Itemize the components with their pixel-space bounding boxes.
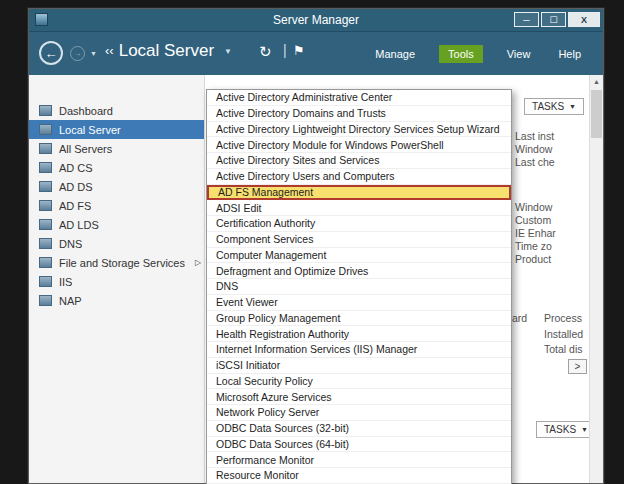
- ad-cs-icon: [39, 162, 52, 173]
- tools-menu-item-odbc-data-sources-32-bit[interactable]: ODBC Data Sources (32-bit): [207, 421, 511, 437]
- scroll-up-icon[interactable]: ▲: [590, 75, 603, 89]
- truncated-text-fragment: Window: [515, 143, 552, 155]
- tools-menu-item-internet-information-services-iis-manager[interactable]: Internet Information Services (IIS) Mana…: [207, 342, 511, 358]
- tools-menu-item-active-directory-lightweight-directory-services-setup-wizard[interactable]: Active Directory Lightweight Directory S…: [207, 122, 511, 138]
- chevron-down-icon: ▼: [581, 426, 588, 433]
- ad-ds-icon: [39, 181, 52, 192]
- tools-menu-item-defragment-and-optimize-drives[interactable]: Defragment and Optimize Drives: [207, 263, 511, 279]
- tools-menu-item-local-security-policy[interactable]: Local Security Policy: [207, 374, 511, 390]
- all-servers-icon: [39, 143, 52, 154]
- sidebar-item-label: DNS: [59, 238, 82, 250]
- dns-icon: [39, 238, 52, 249]
- breadcrumb-chevrons-icon: ‹‹: [105, 43, 114, 58]
- sidebar-item-label: File and Storage Services: [59, 257, 185, 269]
- tools-menu-item-component-services[interactable]: Component Services: [207, 232, 511, 248]
- sidebar-item-label: Dashboard: [59, 105, 113, 117]
- vertical-scrollbar[interactable]: ▲: [589, 75, 603, 483]
- tools-menu-item-microsoft-azure-services[interactable]: Microsoft Azure Services: [207, 389, 511, 405]
- tools-menu-item-health-registration-authority[interactable]: Health Registration Authority: [207, 326, 511, 342]
- local-server-icon: [39, 124, 52, 135]
- forward-button[interactable]: →: [70, 46, 85, 61]
- truncated-text-fragment: Last inst: [515, 130, 554, 142]
- tools-menu-item-active-directory-domains-and-trusts[interactable]: Active Directory Domains and Trusts: [207, 106, 511, 122]
- tasks-button-label: TASKS: [532, 101, 564, 112]
- tools-menu-item-iscsi-initiator[interactable]: iSCSI Initiator: [207, 358, 511, 374]
- titlebar: Server Manager ─ ☐ X: [29, 9, 603, 31]
- sidebar-item-ad-lds[interactable]: AD LDS: [29, 215, 204, 234]
- truncated-text-fragment: ard: [512, 312, 527, 324]
- truncated-text-fragment: Time zo: [515, 240, 552, 252]
- sidebar-item-label: AD LDS: [59, 219, 99, 231]
- tools-menu-item-resource-monitor[interactable]: Resource Monitor: [207, 468, 511, 484]
- sidebar-item-ad-cs[interactable]: AD CS: [29, 158, 204, 177]
- back-button[interactable]: ←: [39, 41, 63, 65]
- sidebar-item-nap[interactable]: NAP: [29, 291, 204, 310]
- tools-menu-item-active-directory-sites-and-services[interactable]: Active Directory Sites and Services: [207, 153, 511, 169]
- tools-menu-item-active-directory-administrative-center[interactable]: Active Directory Administrative Center: [207, 90, 511, 106]
- tools-menu-item-performance-monitor[interactable]: Performance Monitor: [207, 452, 511, 468]
- tools-menu-item-active-directory-module-for-windows-powershell[interactable]: Active Directory Module for Windows Powe…: [207, 137, 511, 153]
- more-button[interactable]: >: [568, 359, 587, 374]
- breadcrumb-label: Local Server: [119, 41, 214, 60]
- history-dropdown-icon[interactable]: ▼: [90, 50, 97, 57]
- refresh-icon[interactable]: ↻: [259, 43, 272, 61]
- tools-menu-item-network-policy-server[interactable]: Network Policy Server: [207, 405, 511, 421]
- tools-menu-item-event-viewer[interactable]: Event Viewer: [207, 295, 511, 311]
- sidebar-item-iis[interactable]: IIS: [29, 272, 204, 291]
- sidebar: DashboardLocal ServerAll ServersAD CSAD …: [29, 75, 205, 483]
- tools-menu-item-odbc-data-sources-64-bit[interactable]: ODBC Data Sources (64-bit): [207, 437, 511, 453]
- sidebar-item-label: AD CS: [59, 162, 93, 174]
- breadcrumb[interactable]: ‹‹Local Server▼: [105, 41, 232, 61]
- navbar-separator: |: [283, 42, 287, 58]
- chevron-down-icon: ▼: [569, 103, 576, 110]
- tasks-button[interactable]: TASKS▼: [524, 98, 584, 115]
- sidebar-item-ad-fs[interactable]: AD FS: [29, 196, 204, 215]
- sidebar-item-local-server[interactable]: Local Server: [29, 120, 204, 139]
- truncated-text-fragment: Custom: [515, 214, 551, 226]
- truncated-text-fragment: Product: [515, 253, 551, 265]
- iis-icon: [39, 276, 52, 287]
- sidebar-item-label: IIS: [59, 276, 72, 288]
- navbar-menus: ManageToolsViewHelp: [371, 32, 585, 75]
- sidebar-item-ad-ds[interactable]: AD DS: [29, 177, 204, 196]
- truncated-text-fragment: Window: [515, 201, 552, 213]
- breadcrumb-dropdown-icon[interactable]: ▼: [224, 47, 232, 56]
- notifications-flag-icon[interactable]: ⚑: [293, 43, 305, 58]
- menu-view[interactable]: View: [503, 45, 535, 63]
- sidebar-item-file-and-storage-services[interactable]: File and Storage Services▷: [29, 253, 204, 272]
- truncated-text-fragment: Installed: [544, 328, 583, 340]
- file-storage-icon: [39, 257, 52, 268]
- ad-lds-icon: [39, 219, 52, 230]
- tools-menu-item-dns[interactable]: DNS: [207, 279, 511, 295]
- tools-menu-item-certification-authority[interactable]: Certification Authority: [207, 216, 511, 232]
- sidebar-item-all-servers[interactable]: All Servers: [29, 139, 204, 158]
- tools-menu-item-active-directory-users-and-computers[interactable]: Active Directory Users and Computers: [207, 169, 511, 185]
- server-manager-window: Server Manager ─ ☐ X ← → ▼ ‹‹Local Serve…: [28, 8, 604, 484]
- tools-dropdown-menu: Active Directory Administrative CenterAc…: [206, 89, 512, 484]
- menu-manage[interactable]: Manage: [371, 45, 419, 63]
- truncated-text-fragment: Total dis: [544, 343, 583, 355]
- sidebar-item-label: NAP: [59, 295, 82, 307]
- sidebar-item-dns[interactable]: DNS: [29, 234, 204, 253]
- window-controls: ─ ☐ X: [514, 12, 600, 27]
- sidebar-item-label: AD FS: [59, 200, 91, 212]
- tools-menu-item-adsi-edit[interactable]: ADSI Edit: [207, 200, 511, 216]
- nap-icon: [39, 295, 52, 306]
- tools-menu-item-group-policy-management[interactable]: Group Policy Management: [207, 311, 511, 327]
- scrollbar-thumb[interactable]: [591, 90, 602, 138]
- expand-arrow-icon[interactable]: ▷: [195, 258, 201, 267]
- minimize-button[interactable]: ─: [514, 12, 539, 27]
- events-tasks-button[interactable]: TASKS▼: [536, 421, 596, 438]
- tools-menu-item-computer-management[interactable]: Computer Management: [207, 248, 511, 264]
- sidebar-item-label: Local Server: [59, 124, 121, 136]
- events-tasks-label: TASKS: [544, 424, 576, 435]
- ad-fs-icon: [39, 200, 52, 211]
- tools-menu-item-ad-fs-management[interactable]: AD FS Management: [207, 185, 511, 201]
- close-button[interactable]: X: [568, 12, 600, 27]
- sidebar-item-dashboard[interactable]: Dashboard: [29, 101, 204, 120]
- menu-tools[interactable]: Tools: [439, 45, 483, 63]
- truncated-text-fragment: Last che: [515, 156, 555, 168]
- menu-help[interactable]: Help: [554, 45, 585, 63]
- sidebar-item-label: AD DS: [59, 181, 93, 193]
- maximize-button[interactable]: ☐: [541, 12, 566, 27]
